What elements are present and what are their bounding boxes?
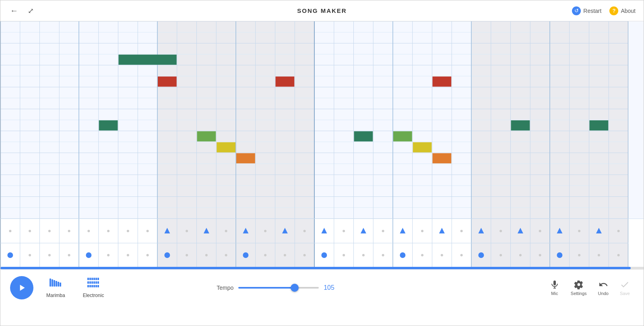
- svg-rect-23: [97, 285, 99, 287]
- svg-rect-5: [60, 283, 61, 287]
- about-icon: ?: [609, 6, 618, 15]
- rhythm-canvas: [0, 219, 628, 267]
- grid-container[interactable]: [0, 21, 644, 267]
- header: ← ⤢ SONG MAKER ↺ Restart ? About: [0, 0, 644, 21]
- electronic-button[interactable]: Electronic: [78, 274, 109, 301]
- svg-rect-0: [50, 279, 51, 287]
- restart-icon: ↺: [572, 6, 581, 15]
- marimba-svg: [49, 277, 62, 288]
- svg-rect-20: [91, 285, 93, 287]
- svg-rect-19: [89, 285, 91, 287]
- progress-bar[interactable]: [0, 267, 644, 269]
- header-left: ← ⤢: [8, 4, 35, 17]
- mic-icon: [550, 280, 559, 289]
- tempo-value: 105: [324, 284, 338, 291]
- svg-rect-2: [54, 280, 55, 287]
- svg-rect-16: [95, 281, 97, 284]
- rhythm-section[interactable]: [0, 219, 644, 267]
- svg-rect-1: [52, 279, 53, 287]
- restart-label: Restart: [583, 8, 601, 14]
- svg-rect-11: [97, 278, 99, 280]
- marimba-icon: [49, 277, 62, 291]
- svg-rect-3: [56, 281, 57, 287]
- grid-canvas: [0, 21, 628, 219]
- svg-rect-12: [87, 281, 89, 284]
- marimba-button[interactable]: Marimba: [41, 274, 70, 301]
- electronic-svg: [87, 277, 100, 288]
- tempo-label: Tempo: [217, 285, 233, 291]
- svg-rect-24: [553, 281, 556, 285]
- about-button[interactable]: ? About: [609, 6, 636, 15]
- settings-icon: [574, 280, 584, 289]
- electronic-icon: [87, 277, 100, 291]
- header-right: ↺ Restart ? About: [572, 6, 636, 15]
- svg-rect-17: [97, 281, 99, 284]
- svg-rect-21: [93, 285, 95, 287]
- svg-rect-14: [91, 281, 93, 284]
- save-label: Save: [620, 291, 630, 296]
- about-label: About: [621, 8, 636, 14]
- marimba-label: Marimba: [46, 293, 65, 298]
- settings-button[interactable]: Settings: [567, 277, 591, 298]
- svg-rect-18: [87, 285, 89, 287]
- electronic-label: Electronic: [83, 293, 104, 298]
- undo-icon: [599, 280, 608, 289]
- svg-rect-13: [89, 281, 91, 284]
- tempo-slider[interactable]: [238, 287, 319, 289]
- svg-rect-8: [91, 278, 93, 280]
- save-icon: [620, 280, 630, 289]
- undo-button[interactable]: Undo: [594, 277, 613, 298]
- svg-rect-15: [93, 281, 95, 284]
- play-icon: [17, 283, 27, 293]
- svg-rect-4: [58, 282, 59, 287]
- back-button[interactable]: ←: [8, 4, 20, 17]
- svg-rect-6: [87, 278, 89, 280]
- move-button[interactable]: ⤢: [26, 5, 35, 17]
- tempo-section: Tempo 105: [217, 284, 338, 291]
- svg-rect-10: [95, 278, 97, 280]
- progress-bar-fill: [0, 267, 631, 269]
- settings-label: Settings: [571, 291, 587, 296]
- svg-rect-9: [93, 278, 95, 280]
- bottom-controls: Marimba: [0, 269, 644, 305]
- play-button[interactable]: [10, 276, 33, 299]
- page-title: SONG MAKER: [297, 7, 347, 14]
- save-button[interactable]: Save: [616, 277, 634, 298]
- restart-button[interactable]: ↺ Restart: [572, 6, 601, 15]
- svg-rect-7: [89, 278, 91, 280]
- undo-label: Undo: [598, 291, 609, 296]
- svg-rect-22: [95, 285, 97, 287]
- right-controls: Mic Settings Undo Save: [546, 277, 634, 298]
- mic-button[interactable]: Mic: [546, 277, 564, 298]
- mic-label: Mic: [551, 291, 558, 296]
